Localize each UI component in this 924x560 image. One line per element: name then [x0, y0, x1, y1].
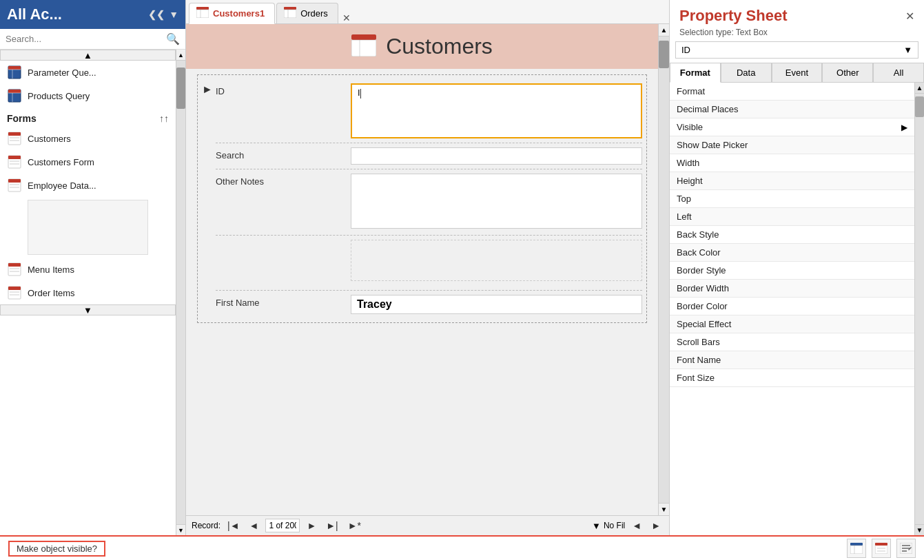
- property-item-show-date-picker[interactable]: Show Date Picker: [670, 136, 914, 154]
- sidebar-item-customers[interactable]: Customers: [0, 127, 176, 150]
- sidebar-scroll-down[interactable]: ▼: [0, 304, 176, 315]
- property-item-back-style[interactable]: Back Style: [670, 226, 914, 244]
- nav-record-input[interactable]: [265, 519, 300, 532]
- field-firstname-input[interactable]: [351, 295, 642, 314]
- form-icon: [7, 131, 22, 146]
- filter-icon: ▼: [592, 521, 601, 531]
- nav-filter-prev-button[interactable]: ◄: [629, 519, 644, 532]
- search-icon[interactable]: 🔍: [166, 32, 180, 45]
- svg-rect-1: [8, 66, 21, 70]
- field-firstname[interactable]: [351, 295, 642, 314]
- property-item-border-style[interactable]: Border Style: [670, 262, 914, 280]
- search-input[interactable]: [6, 34, 163, 44]
- nav-filter: ▼ No Fil: [592, 521, 625, 531]
- sidebar-section-collapse-icon[interactable]: ↑↑: [159, 113, 169, 124]
- sidebar-scroll-down-arrow[interactable]: ▼: [176, 524, 185, 535]
- property-item-back-color[interactable]: Back Color: [670, 244, 914, 262]
- form-icon: [7, 285, 22, 300]
- property-tabs: Format Data Event Other All: [670, 63, 924, 83]
- form-scroll-up-arrow[interactable]: ▲: [659, 24, 669, 37]
- field-search-input[interactable]: [351, 147, 642, 165]
- property-item-height[interactable]: Height: [670, 172, 914, 190]
- property-scrollbar[interactable]: ▲ ▼: [914, 83, 924, 535]
- property-scroll-down-arrow[interactable]: ▼: [915, 524, 924, 535]
- svg-rect-37: [351, 34, 376, 40]
- field-other-notes[interactable]: [351, 174, 642, 231]
- sidebar-item-customers-form[interactable]: Customers Form: [0, 150, 176, 174]
- property-sheet-title: Property Sheet: [679, 7, 788, 25]
- property-item-scroll-bars[interactable]: Scroll Bars: [670, 333, 914, 351]
- sidebar-item-employee-data[interactable]: Employee Data...: [0, 174, 176, 197]
- sidebar-item-products-query[interactable]: Products Query: [0, 84, 176, 107]
- nav-next-button[interactable]: ►: [304, 519, 319, 532]
- sidebar-scroll-up[interactable]: ▲: [0, 50, 176, 61]
- form-scroll-down-arrow[interactable]: ▼: [659, 503, 669, 515]
- property-item-visible[interactable]: Visible ▶: [670, 118, 914, 136]
- form-scrollbar[interactable]: ▲ ▼: [658, 24, 669, 515]
- property-scroll-thumb[interactable]: [915, 96, 924, 117]
- sidebar-item-label: Customers Form: [28, 157, 94, 167]
- status-icon-edit[interactable]: [896, 539, 916, 558]
- property-item-left[interactable]: Left: [670, 208, 914, 226]
- main-area: Customers1 Orders ✕ Customers: [186, 0, 669, 535]
- sidebar-expand-icon[interactable]: ▼: [169, 9, 178, 20]
- nav-filter-next-button[interactable]: ►: [648, 519, 664, 532]
- form-icon: [7, 262, 22, 277]
- tab-label-customers1: Customers1: [213, 8, 265, 19]
- field-other-notes-input[interactable]: [351, 174, 642, 229]
- field-id-input[interactable]: I: [351, 83, 642, 138]
- sidebar-forms-section: Forms ↑↑: [0, 107, 176, 127]
- form-scroll-thumb[interactable]: [659, 41, 669, 68]
- selection-arrow-icon: ►: [202, 83, 213, 96]
- nav-first-button[interactable]: |◄: [225, 519, 243, 532]
- property-sheet: Property Sheet ✕ Selection type: Text Bo…: [669, 0, 924, 535]
- property-item-decimal-places[interactable]: Decimal Places: [670, 101, 914, 118]
- form-row-other-notes: Other Notes: [216, 169, 642, 236]
- property-item-special-effect[interactable]: Special Effect: [670, 315, 914, 333]
- property-tab-all[interactable]: All: [873, 63, 924, 82]
- nav-last-button[interactable]: ►|: [323, 519, 341, 532]
- tab-orders[interactable]: Orders: [276, 3, 338, 23]
- property-tab-data[interactable]: Data: [721, 63, 772, 82]
- sidebar-item-menu-items[interactable]: Menu Items: [0, 258, 176, 281]
- text-cursor: [360, 89, 361, 98]
- sidebar-item-order-items[interactable]: Order Items: [0, 281, 176, 304]
- property-item-border-color[interactable]: Border Color: [670, 298, 914, 315]
- property-item-width[interactable]: Width: [670, 154, 914, 172]
- svg-rect-21: [8, 263, 21, 267]
- property-dropdown[interactable]: ID ▼: [675, 41, 918, 59]
- property-item-top[interactable]: Top: [670, 190, 914, 208]
- sidebar-collapse-icon[interactable]: ❮❮: [148, 9, 165, 20]
- property-item-format[interactable]: Format: [670, 83, 914, 101]
- sidebar-inner: ▲ Parameter Que... Products Query For: [0, 50, 185, 535]
- tab-close-button[interactable]: ✕: [342, 12, 351, 23]
- tab-customers1[interactable]: Customers1: [189, 3, 275, 24]
- property-item-font-name[interactable]: Font Name: [670, 351, 914, 369]
- nav-new-button[interactable]: ►*: [345, 519, 364, 532]
- nav-prev-button[interactable]: ◄: [247, 519, 262, 532]
- property-tab-event[interactable]: Event: [772, 63, 823, 82]
- status-icon-table[interactable]: [847, 539, 866, 558]
- sidebar-scroll-thumb[interactable]: [176, 68, 185, 109]
- nav-bar: Record: |◄ ◄ ► ►| ►* ▼ No Fil ◄ ►: [186, 515, 669, 535]
- sidebar-item-label: Products Query: [28, 91, 90, 101]
- field-id[interactable]: I: [351, 83, 642, 138]
- property-tab-format[interactable]: Format: [670, 63, 721, 83]
- property-tab-other[interactable]: Other: [822, 63, 873, 82]
- sidebar-item-parameter-query[interactable]: Parameter Que...: [0, 61, 176, 84]
- svg-rect-9: [8, 132, 21, 136]
- sidebar-scrollbar[interactable]: ▲ ▼: [176, 50, 185, 535]
- property-scroll-up-arrow[interactable]: ▲: [915, 83, 924, 94]
- property-sheet-close-button[interactable]: ✕: [905, 10, 914, 23]
- sidebar-header-icons: ❮❮ ▼: [148, 9, 178, 20]
- status-icon-form[interactable]: [872, 539, 891, 558]
- field-search[interactable]: [351, 147, 642, 165]
- property-list: Format Decimal Places Visible ▶ Show Dat…: [670, 83, 914, 535]
- svg-rect-17: [8, 179, 21, 183]
- property-item-border-width[interactable]: Border Width: [670, 280, 914, 298]
- sidebar-scroll-up-arrow[interactable]: ▲: [176, 50, 185, 61]
- property-item-font-size[interactable]: Font Size: [670, 369, 914, 387]
- field-blank-box: [351, 240, 642, 281]
- field-label-other-notes: Other Notes: [216, 174, 340, 187]
- property-sheet-header: Property Sheet ✕: [670, 0, 924, 25]
